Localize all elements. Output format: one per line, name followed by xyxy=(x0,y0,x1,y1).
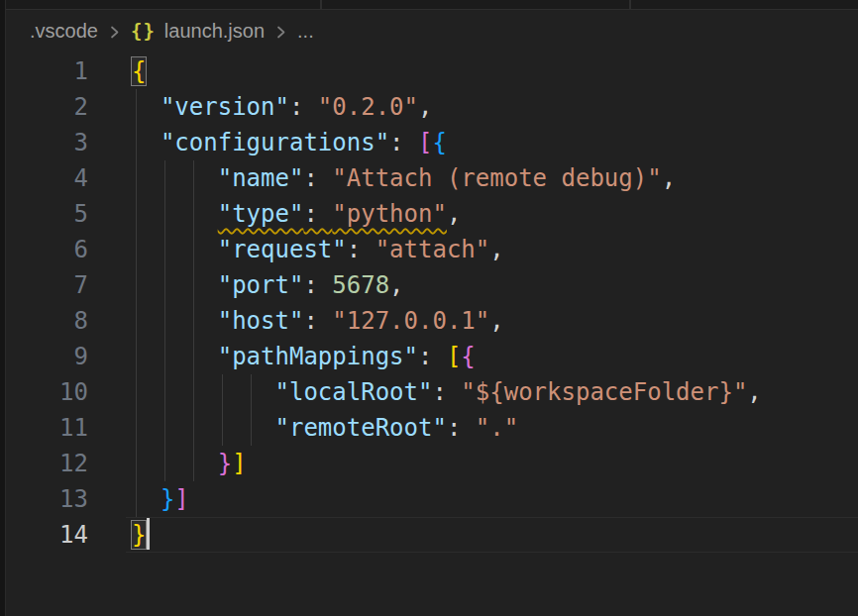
breadcrumb-folder[interactable]: .vscode xyxy=(30,20,98,43)
code-line-content[interactable]: "host": "127.0.0.1", xyxy=(104,303,858,339)
token: "." xyxy=(476,414,518,442)
window-edge xyxy=(0,0,6,616)
indent-guide xyxy=(136,410,137,446)
code-line-content[interactable]: "request": "attach", xyxy=(104,232,858,267)
indent-guide xyxy=(222,374,223,410)
line-number[interactable]: 6 xyxy=(0,232,104,267)
line-number[interactable]: 10 xyxy=(0,374,104,410)
current-line-highlight xyxy=(126,517,858,553)
token: , xyxy=(489,307,503,335)
indent-guide xyxy=(193,339,194,374)
token: "port" xyxy=(218,271,304,299)
token: , xyxy=(447,200,461,228)
chevron-right-icon xyxy=(273,25,288,40)
indent-guide xyxy=(251,410,252,446)
token: : xyxy=(447,414,476,442)
code-line-content[interactable]: { xyxy=(104,53,858,89)
line-number[interactable]: 7 xyxy=(0,267,104,303)
token: : xyxy=(347,236,375,263)
token: "127.0.0.1" xyxy=(332,307,489,335)
code-line-content[interactable]: } xyxy=(104,517,858,553)
tab-separator xyxy=(629,0,631,9)
line-number[interactable]: 12 xyxy=(0,446,104,481)
tab-separator xyxy=(320,0,322,9)
line-number[interactable]: 13 xyxy=(0,481,104,517)
token: , xyxy=(662,164,676,192)
code-line-content[interactable]: "port": 5678, xyxy=(104,267,858,303)
line-number[interactable]: 3 xyxy=(0,125,104,160)
code-line[interactable]: 2 "version": "0.2.0", xyxy=(0,89,858,125)
code-line-content[interactable]: "remoteRoot": "." xyxy=(104,410,858,446)
code-line-content[interactable]: "configurations": [{ xyxy=(104,125,858,160)
code-line[interactable]: 8 "host": "127.0.0.1", xyxy=(0,303,858,339)
indent-guide xyxy=(193,160,194,196)
code-line[interactable]: 4 "name": "Attach (remote debug)", xyxy=(0,160,858,196)
indent-guide xyxy=(136,196,137,232)
token: } xyxy=(218,450,232,477)
line-number[interactable]: 5 xyxy=(0,196,104,232)
breadcrumb-symbol-overflow[interactable]: ... xyxy=(297,20,314,43)
line-number[interactable]: 8 xyxy=(0,303,104,339)
chevron-right-icon xyxy=(107,25,122,40)
indent-guide xyxy=(164,160,165,196)
indent-guide xyxy=(251,374,252,410)
token: : xyxy=(289,93,318,121)
vscode-window: .vscode {} launch.json ... 1{2 "version"… xyxy=(0,0,858,616)
code-line-content[interactable]: "version": "0.2.0", xyxy=(104,89,858,125)
indent-guide xyxy=(136,481,137,517)
code-line-content[interactable]: "name": "Attach (remote debug)", xyxy=(104,160,858,196)
indent-guide xyxy=(193,374,194,410)
code-line[interactable]: 12 }] xyxy=(0,446,858,481)
indent-guide xyxy=(193,303,194,339)
indent-guide xyxy=(164,374,165,410)
line-number[interactable]: 2 xyxy=(0,89,104,125)
token: { xyxy=(432,129,446,156)
code-line[interactable]: 1{ xyxy=(0,53,858,89)
token: : xyxy=(418,343,447,370)
code-line-content[interactable]: "type": "python", xyxy=(104,196,858,232)
indent-guide xyxy=(136,125,137,160)
code-line[interactable]: 9 "pathMappings": [{ xyxy=(0,339,858,374)
token: "type" xyxy=(218,200,304,228)
indent-guide xyxy=(193,267,194,303)
code-line-content[interactable]: "localRoot": "${workspaceFolder}", xyxy=(104,374,858,410)
code-line[interactable]: 3 "configurations": [{ xyxy=(0,125,858,160)
token: , xyxy=(389,271,403,299)
code-area[interactable]: 1{2 "version": "0.2.0",3 "configurations… xyxy=(0,51,858,616)
code-line[interactable]: 13 }] xyxy=(0,481,858,517)
code-line[interactable]: 6 "request": "attach", xyxy=(0,232,858,267)
code-line-content[interactable]: }] xyxy=(104,446,858,481)
line-number[interactable]: 14 xyxy=(0,517,104,553)
indent-guide xyxy=(164,410,165,446)
code-line[interactable]: 7 "port": 5678, xyxy=(0,267,858,303)
token: { xyxy=(461,343,475,370)
token: : xyxy=(432,378,461,406)
code-line-content[interactable]: "pathMappings": [{ xyxy=(104,339,858,374)
token: "version" xyxy=(161,93,289,121)
token: , xyxy=(747,378,761,406)
line-number[interactable]: 9 xyxy=(0,339,104,374)
code-line-content[interactable]: }] xyxy=(104,481,858,517)
indent-guide xyxy=(164,303,165,339)
line-number[interactable]: 11 xyxy=(0,410,104,446)
indent-guide xyxy=(222,410,223,446)
token: "request" xyxy=(218,236,347,263)
json-file-icon: {} xyxy=(131,20,156,42)
token: : xyxy=(303,271,332,299)
token: ] xyxy=(174,485,188,513)
indent-guide xyxy=(136,339,137,374)
token: "${workspaceFolder}" xyxy=(461,378,747,406)
breadcrumb-file[interactable]: launch.json xyxy=(164,20,265,43)
indent-guide xyxy=(136,446,137,481)
code-line[interactable]: 10 "localRoot": "${workspaceFolder}", xyxy=(0,374,858,410)
line-number[interactable]: 1 xyxy=(0,53,104,89)
token: "name" xyxy=(218,164,304,192)
code-line[interactable]: 5 "type": "python", xyxy=(0,196,858,232)
code-line[interactable]: 14} xyxy=(0,517,858,553)
line-number[interactable]: 4 xyxy=(0,160,104,196)
indent-guide xyxy=(164,232,165,267)
code-line[interactable]: 11 "remoteRoot": "." xyxy=(0,410,858,446)
token: ] xyxy=(232,450,246,477)
token: "pathMappings" xyxy=(218,343,418,370)
token: "host" xyxy=(218,307,304,335)
